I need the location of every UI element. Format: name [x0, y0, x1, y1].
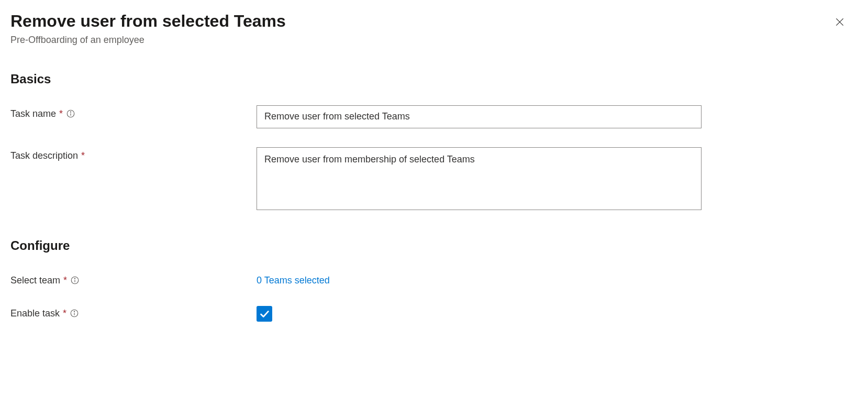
- task-name-control: [257, 105, 702, 128]
- task-description-row: Task description *: [10, 147, 858, 212]
- task-description-input[interactable]: [257, 147, 702, 210]
- task-name-row: Task name *: [10, 105, 858, 128]
- required-mark: *: [59, 108, 63, 119]
- task-description-label: Task description: [10, 150, 78, 161]
- required-mark: *: [63, 275, 67, 286]
- required-mark: *: [81, 150, 85, 161]
- select-team-label-col: Select team *: [10, 272, 257, 286]
- info-icon[interactable]: [70, 309, 79, 318]
- task-description-label-col: Task description *: [10, 147, 257, 161]
- enable-task-checkbox[interactable]: [257, 306, 272, 322]
- panel-title: Remove user from selected Teams: [10, 10, 858, 32]
- section-basics: Basics: [10, 72, 858, 86]
- task-name-label: Task name: [10, 108, 56, 119]
- check-icon: [259, 308, 270, 320]
- task-name-label-col: Task name *: [10, 105, 257, 119]
- teams-selected-link[interactable]: 0 Teams selected: [257, 272, 330, 286]
- section-configure: Configure: [10, 238, 858, 253]
- panel-subtitle: Pre-Offboarding of an employee: [10, 35, 858, 46]
- info-icon[interactable]: [70, 276, 80, 285]
- svg-point-10: [74, 311, 74, 312]
- task-description-control: [257, 147, 702, 212]
- task-panel: Remove user from selected Teams Pre-Offb…: [10, 10, 858, 322]
- close-icon: [834, 17, 845, 27]
- select-team-control: 0 Teams selected: [257, 272, 702, 286]
- svg-point-7: [74, 278, 75, 279]
- info-icon[interactable]: [66, 109, 75, 118]
- close-button[interactable]: [832, 15, 847, 29]
- enable-task-control: [257, 305, 702, 322]
- enable-task-label-col: Enable task *: [10, 305, 257, 319]
- task-name-input[interactable]: [257, 105, 702, 128]
- select-team-row: Select team * 0 Teams selected: [10, 272, 858, 286]
- svg-point-4: [70, 112, 71, 112]
- required-mark: *: [63, 308, 66, 319]
- enable-task-row: Enable task *: [10, 305, 858, 322]
- enable-task-label: Enable task: [10, 308, 60, 319]
- select-team-label: Select team: [10, 275, 60, 286]
